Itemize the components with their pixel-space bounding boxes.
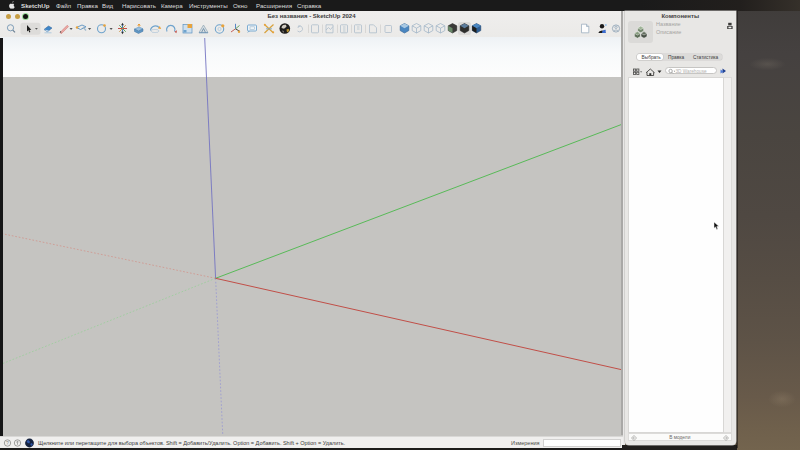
- svg-text:?: ?: [6, 440, 9, 446]
